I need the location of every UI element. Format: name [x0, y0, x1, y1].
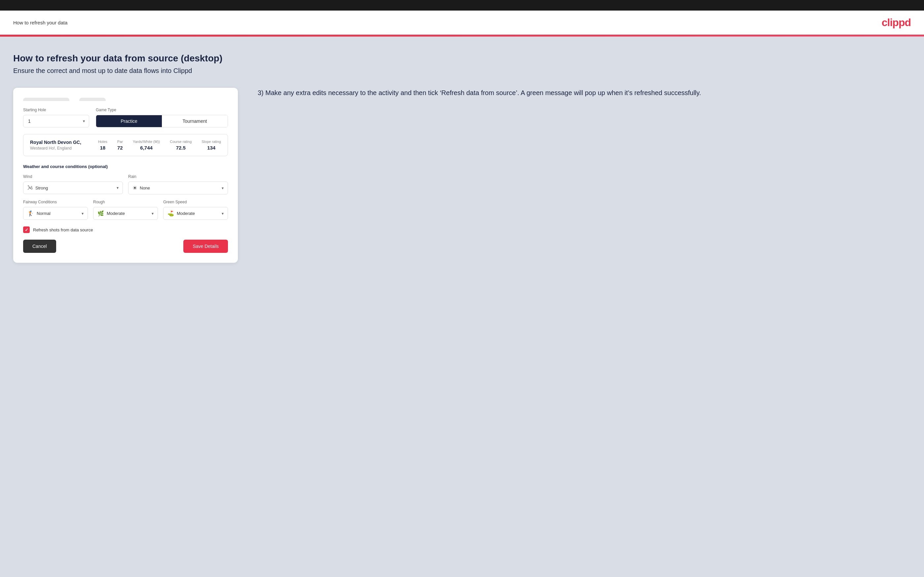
fairway-label: Fairway Conditions: [23, 200, 88, 204]
fairway-value: Normal: [37, 211, 50, 216]
rough-chevron: ▾: [152, 211, 153, 216]
top-bar: [0, 0, 924, 11]
par-value: 72: [117, 145, 123, 150]
header: How to refresh your data clippd: [0, 11, 924, 35]
slope-rating-stat: Slope rating 134: [202, 140, 221, 150]
course-name: Royal North Devon GC,: [30, 140, 81, 145]
starting-hole-game-type-row: Starting Hole 1 ▾ Game Type Practice Tou…: [23, 108, 228, 127]
course-location: Westward Ho!, England: [30, 146, 81, 150]
game-type-group: Game Type Practice Tournament: [96, 108, 228, 127]
rain-icon: ☀: [132, 185, 137, 191]
green-speed-icon: ⛳: [168, 210, 174, 216]
rain-value: None: [140, 185, 150, 190]
fairway-icon: 🏌: [27, 210, 34, 216]
fairway-group: Fairway Conditions 🏌 Normal ▾: [23, 200, 88, 220]
green-speed-select[interactable]: ⛳ Moderate ▾: [163, 207, 228, 220]
instruction-text: 3) Make any extra edits necessary to the…: [258, 88, 911, 98]
wind-select-inner: 🌬 Strong: [27, 185, 114, 191]
action-buttons: Cancel Save Details: [23, 240, 228, 253]
starting-hole-select[interactable]: 1 ▾: [23, 115, 89, 127]
starting-hole-group: Starting Hole 1 ▾: [23, 108, 89, 127]
fairway-select[interactable]: 🏌 Normal ▾: [23, 207, 88, 220]
course-details: Royal North Devon GC, Westward Ho!, Engl…: [30, 140, 81, 150]
rain-select[interactable]: ☀ None ▾: [128, 182, 228, 194]
green-speed-value: Moderate: [177, 211, 195, 216]
course-rating-value: 72.5: [170, 145, 192, 150]
starting-hole-label: Starting Hole: [23, 108, 89, 112]
green-speed-select-inner: ⛳ Moderate: [168, 210, 219, 216]
yards-stat: Yards/White (M)) 6,744: [133, 140, 160, 150]
footer: Copyright Clippd 2022: [0, 574, 924, 577]
course-rating-stat: Course rating 72.5: [170, 140, 192, 150]
slope-rating-value: 134: [202, 145, 221, 150]
card-top-tabs: [23, 98, 228, 101]
wind-chevron: ▾: [116, 185, 119, 190]
rain-chevron: ▾: [222, 186, 224, 190]
game-type-label: Game Type: [96, 108, 228, 112]
wind-rain-row: Wind 🌬 Strong ▾ Rain ☀ None: [23, 174, 228, 194]
fairway-chevron: ▾: [82, 211, 84, 216]
tab-stub-2: [79, 98, 106, 101]
page-heading: How to refresh your data from source (de…: [13, 53, 911, 64]
green-speed-chevron: ▾: [222, 211, 224, 216]
par-stat: Par 72: [117, 140, 123, 150]
wind-value: Strong: [36, 185, 48, 190]
yards-label: Yards/White (M)): [133, 140, 160, 143]
logo: clippd: [882, 16, 911, 29]
holes-stat: Holes 18: [98, 140, 107, 150]
rain-select-inner: ☀ None: [132, 185, 219, 191]
refresh-checkbox[interactable]: [23, 226, 30, 233]
game-type-buttons: Practice Tournament: [96, 115, 228, 127]
rough-select-inner: 🌿 Moderate: [97, 210, 149, 216]
holes-value: 18: [98, 145, 107, 150]
header-title: How to refresh your data: [13, 20, 68, 26]
course-info-box: Royal North Devon GC, Westward Ho!, Engl…: [23, 134, 228, 156]
refresh-row: Refresh shots from data source: [23, 226, 228, 233]
tab-stub-1: [23, 98, 69, 101]
content-area: Starting Hole 1 ▾ Game Type Practice Tou…: [13, 88, 911, 263]
conditions-section-title: Weather and course conditions (optional): [23, 164, 228, 169]
wind-select[interactable]: 🌬 Strong ▾: [23, 182, 123, 194]
fairway-select-inner: 🏌 Normal: [27, 210, 79, 216]
page-subheading: Ensure the correct and most up to date d…: [13, 67, 911, 74]
cancel-button[interactable]: Cancel: [23, 240, 56, 253]
course-rating-label: Course rating: [170, 140, 192, 143]
course-stats: Holes 18 Par 72 Yards/White (M)) 6,744 C…: [98, 140, 221, 150]
rough-select[interactable]: 🌿 Moderate ▾: [93, 207, 158, 220]
par-label: Par: [117, 140, 123, 143]
rain-group: Rain ☀ None ▾: [128, 174, 228, 194]
rough-group: Rough 🌿 Moderate ▾: [93, 200, 158, 220]
wind-group: Wind 🌬 Strong ▾: [23, 174, 123, 194]
wind-icon: 🌬: [27, 185, 33, 191]
main-content: How to refresh your data from source (de…: [0, 37, 924, 574]
rain-label: Rain: [128, 174, 228, 179]
rough-label: Rough: [93, 200, 158, 204]
form-card: Starting Hole 1 ▾ Game Type Practice Tou…: [13, 88, 238, 263]
slope-rating-label: Slope rating: [202, 140, 221, 143]
rough-value: Moderate: [107, 211, 125, 216]
fairway-rough-green-row: Fairway Conditions 🏌 Normal ▾ Rough 🌿: [23, 200, 228, 220]
practice-button[interactable]: Practice: [96, 115, 162, 127]
save-details-button[interactable]: Save Details: [183, 240, 228, 253]
refresh-label: Refresh shots from data source: [33, 227, 93, 232]
green-speed-label: Green Speed: [163, 200, 228, 204]
green-speed-group: Green Speed ⛳ Moderate ▾: [163, 200, 228, 220]
yards-value: 6,744: [133, 145, 160, 150]
rough-icon: 🌿: [97, 210, 104, 216]
wind-label: Wind: [23, 174, 123, 179]
starting-hole-value: 1: [28, 119, 84, 124]
tournament-button[interactable]: Tournament: [162, 115, 228, 127]
holes-label: Holes: [98, 140, 107, 143]
